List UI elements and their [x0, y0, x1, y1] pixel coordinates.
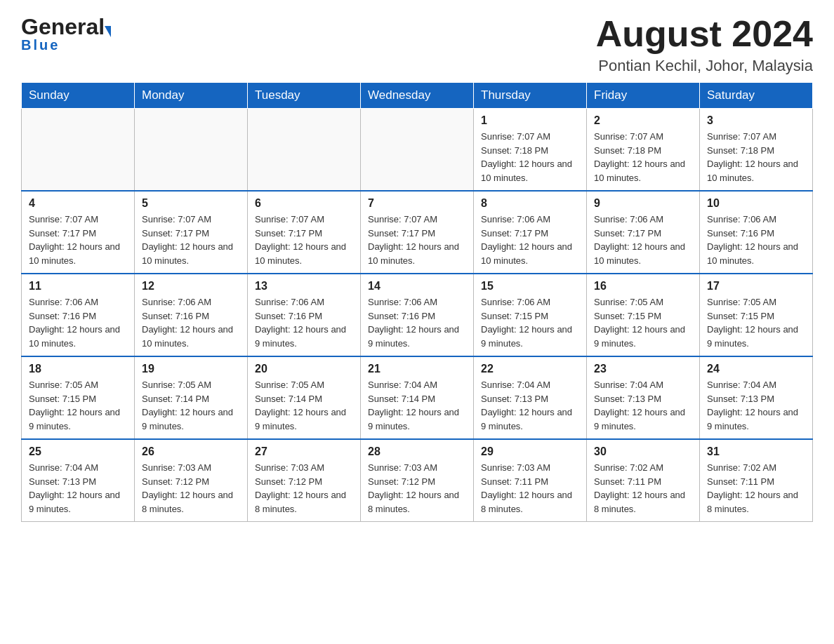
logo-arrow-icon — [105, 26, 111, 37]
table-row: 31Sunrise: 7:02 AMSunset: 7:11 PMDayligh… — [700, 439, 813, 522]
day-number: 1 — [481, 114, 579, 127]
day-info: Sunrise: 7:06 AMSunset: 7:16 PMDaylight:… — [29, 295, 127, 350]
table-row — [22, 109, 135, 192]
day-info: Sunrise: 7:07 AMSunset: 7:18 PMDaylight:… — [594, 130, 692, 185]
day-number: 11 — [29, 280, 127, 293]
calendar-week-row: 11Sunrise: 7:06 AMSunset: 7:16 PMDayligh… — [22, 274, 813, 356]
day-info: Sunrise: 7:06 AMSunset: 7:17 PMDaylight:… — [594, 213, 692, 267]
table-row — [248, 109, 361, 192]
day-number: 6 — [255, 197, 353, 210]
day-number: 19 — [142, 363, 240, 375]
table-row: 13Sunrise: 7:06 AMSunset: 7:16 PMDayligh… — [248, 274, 361, 356]
table-row: 8Sunrise: 7:06 AMSunset: 7:17 PMDaylight… — [474, 191, 587, 274]
day-info: Sunrise: 7:07 AMSunset: 7:17 PMDaylight:… — [368, 213, 466, 267]
calendar-table: Sunday Monday Tuesday Wednesday Thursday… — [21, 82, 813, 522]
day-number: 23 — [594, 363, 692, 375]
calendar-title: August 2024 — [596, 14, 813, 54]
table-row: 7Sunrise: 7:07 AMSunset: 7:17 PMDaylight… — [361, 191, 474, 274]
table-row: 30Sunrise: 7:02 AMSunset: 7:11 PMDayligh… — [587, 439, 700, 522]
table-row: 2Sunrise: 7:07 AMSunset: 7:18 PMDaylight… — [587, 109, 700, 192]
day-number: 8 — [481, 197, 579, 210]
table-row: 10Sunrise: 7:06 AMSunset: 7:16 PMDayligh… — [700, 191, 813, 274]
day-number: 28 — [368, 445, 466, 458]
day-number: 31 — [707, 445, 805, 458]
day-info: Sunrise: 7:07 AMSunset: 7:17 PMDaylight:… — [29, 213, 127, 267]
table-row: 18Sunrise: 7:05 AMSunset: 7:15 PMDayligh… — [22, 356, 135, 439]
day-info: Sunrise: 7:03 AMSunset: 7:12 PMDaylight:… — [255, 461, 353, 516]
table-row: 20Sunrise: 7:05 AMSunset: 7:14 PMDayligh… — [248, 356, 361, 439]
calendar-week-row: 1Sunrise: 7:07 AMSunset: 7:18 PMDaylight… — [22, 109, 813, 192]
col-tuesday: Tuesday — [248, 83, 361, 109]
col-wednesday: Wednesday — [361, 83, 474, 109]
table-row: 17Sunrise: 7:05 AMSunset: 7:15 PMDayligh… — [700, 274, 813, 356]
calendar-week-row: 4Sunrise: 7:07 AMSunset: 7:17 PMDaylight… — [22, 191, 813, 274]
table-row: 9Sunrise: 7:06 AMSunset: 7:17 PMDaylight… — [587, 191, 700, 274]
day-info: Sunrise: 7:07 AMSunset: 7:18 PMDaylight:… — [707, 130, 805, 185]
col-sunday: Sunday — [22, 83, 135, 109]
table-row: 14Sunrise: 7:06 AMSunset: 7:16 PMDayligh… — [361, 274, 474, 356]
table-row: 11Sunrise: 7:06 AMSunset: 7:16 PMDayligh… — [22, 274, 135, 356]
table-row: 29Sunrise: 7:03 AMSunset: 7:11 PMDayligh… — [474, 439, 587, 522]
table-row: 28Sunrise: 7:03 AMSunset: 7:12 PMDayligh… — [361, 439, 474, 522]
day-info: Sunrise: 7:04 AMSunset: 7:14 PMDaylight:… — [368, 378, 466, 433]
table-row: 1Sunrise: 7:07 AMSunset: 7:18 PMDaylight… — [474, 109, 587, 192]
day-info: Sunrise: 7:07 AMSunset: 7:17 PMDaylight:… — [255, 213, 353, 267]
day-number: 26 — [142, 445, 240, 458]
day-number: 15 — [481, 280, 579, 293]
table-row: 12Sunrise: 7:06 AMSunset: 7:16 PMDayligh… — [135, 274, 248, 356]
table-row: 27Sunrise: 7:03 AMSunset: 7:12 PMDayligh… — [248, 439, 361, 522]
logo-blue-text: Blue — [21, 37, 60, 53]
day-number: 12 — [142, 280, 240, 293]
col-friday: Friday — [587, 83, 700, 109]
day-info: Sunrise: 7:03 AMSunset: 7:12 PMDaylight:… — [368, 461, 466, 516]
day-number: 7 — [368, 197, 466, 210]
day-info: Sunrise: 7:06 AMSunset: 7:17 PMDaylight:… — [481, 213, 579, 267]
day-info: Sunrise: 7:06 AMSunset: 7:16 PMDaylight:… — [255, 295, 353, 350]
col-monday: Monday — [135, 83, 248, 109]
title-block: August 2024 Pontian Kechil, Johor, Malay… — [596, 14, 813, 75]
day-info: Sunrise: 7:04 AMSunset: 7:13 PMDaylight:… — [481, 378, 579, 433]
day-info: Sunrise: 7:07 AMSunset: 7:18 PMDaylight:… — [481, 130, 579, 185]
day-info: Sunrise: 7:03 AMSunset: 7:12 PMDaylight:… — [142, 461, 240, 516]
table-row: 22Sunrise: 7:04 AMSunset: 7:13 PMDayligh… — [474, 356, 587, 439]
day-info: Sunrise: 7:04 AMSunset: 7:13 PMDaylight:… — [594, 378, 692, 433]
table-row: 23Sunrise: 7:04 AMSunset: 7:13 PMDayligh… — [587, 356, 700, 439]
table-row — [135, 109, 248, 192]
day-info: Sunrise: 7:02 AMSunset: 7:11 PMDaylight:… — [707, 461, 805, 516]
table-row: 5Sunrise: 7:07 AMSunset: 7:17 PMDaylight… — [135, 191, 248, 274]
table-row: 4Sunrise: 7:07 AMSunset: 7:17 PMDaylight… — [22, 191, 135, 274]
day-info: Sunrise: 7:06 AMSunset: 7:16 PMDaylight:… — [368, 295, 466, 350]
logo-general-text: General — [21, 14, 105, 40]
table-row: 15Sunrise: 7:06 AMSunset: 7:15 PMDayligh… — [474, 274, 587, 356]
table-row: 16Sunrise: 7:05 AMSunset: 7:15 PMDayligh… — [587, 274, 700, 356]
day-info: Sunrise: 7:06 AMSunset: 7:15 PMDaylight:… — [481, 295, 579, 350]
day-info: Sunrise: 7:06 AMSunset: 7:16 PMDaylight:… — [707, 213, 805, 267]
table-row: 21Sunrise: 7:04 AMSunset: 7:14 PMDayligh… — [361, 356, 474, 439]
page-header: General Blue August 2024 Pontian Kechil,… — [21, 14, 813, 75]
table-row: 24Sunrise: 7:04 AMSunset: 7:13 PMDayligh… — [700, 356, 813, 439]
day-info: Sunrise: 7:05 AMSunset: 7:14 PMDaylight:… — [142, 378, 240, 433]
table-row: 6Sunrise: 7:07 AMSunset: 7:17 PMDaylight… — [248, 191, 361, 274]
col-thursday: Thursday — [474, 83, 587, 109]
day-info: Sunrise: 7:04 AMSunset: 7:13 PMDaylight:… — [707, 378, 805, 433]
logo: General Blue — [21, 14, 111, 53]
table-row: 26Sunrise: 7:03 AMSunset: 7:12 PMDayligh… — [135, 439, 248, 522]
day-number: 18 — [29, 363, 127, 375]
day-info: Sunrise: 7:04 AMSunset: 7:13 PMDaylight:… — [29, 461, 127, 516]
day-info: Sunrise: 7:05 AMSunset: 7:15 PMDaylight:… — [29, 378, 127, 433]
day-number: 30 — [594, 445, 692, 458]
calendar-week-row: 25Sunrise: 7:04 AMSunset: 7:13 PMDayligh… — [22, 439, 813, 522]
calendar-subtitle: Pontian Kechil, Johor, Malaysia — [596, 57, 813, 75]
day-number: 29 — [481, 445, 579, 458]
col-saturday: Saturday — [700, 83, 813, 109]
day-info: Sunrise: 7:05 AMSunset: 7:14 PMDaylight:… — [255, 378, 353, 433]
day-info: Sunrise: 7:05 AMSunset: 7:15 PMDaylight:… — [707, 295, 805, 350]
day-number: 14 — [368, 280, 466, 293]
day-number: 10 — [707, 197, 805, 210]
day-info: Sunrise: 7:05 AMSunset: 7:15 PMDaylight:… — [594, 295, 692, 350]
day-number: 25 — [29, 445, 127, 458]
day-number: 3 — [707, 114, 805, 127]
day-info: Sunrise: 7:06 AMSunset: 7:16 PMDaylight:… — [142, 295, 240, 350]
day-number: 17 — [707, 280, 805, 293]
calendar-week-row: 18Sunrise: 7:05 AMSunset: 7:15 PMDayligh… — [22, 356, 813, 439]
